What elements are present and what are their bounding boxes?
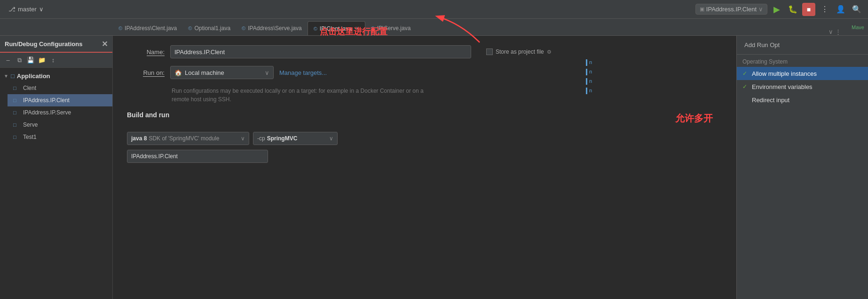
store-label: Store as project file: [496, 48, 544, 55]
java-sdk-bold: java 8: [131, 135, 147, 142]
store-as-project: Store as project file ⚙: [486, 48, 552, 55]
toolbar-copy-btn[interactable]: ⧉: [14, 55, 24, 65]
right-decorative-lines: n n n n: [586, 59, 595, 94]
sidebar-header: Run/Debug Configurations ✕: [0, 36, 112, 53]
sidebar-tree: ▼ □ Application □ Clent □ IPAddress.IP.C…: [0, 68, 112, 299]
debug-button[interactable]: 🐛: [786, 3, 799, 16]
menu-item-label: Allow multiple instances: [752, 70, 817, 77]
tree-item-label: Clent: [23, 85, 36, 91]
tab-icon: ©: [314, 26, 317, 32]
user-button[interactable]: 👤: [834, 3, 847, 16]
config-name: IPAddress.IP.Clent: [706, 6, 757, 13]
right-panel-title: Add Run Opt: [744, 41, 780, 48]
cp-label: -cp: [257, 135, 265, 142]
sidebar-toolbar: – ⧉ 💾 📁 ↕: [0, 53, 112, 68]
close-dialog-button[interactable]: ✕: [102, 40, 108, 48]
right-panel-section: Operating System: [737, 55, 868, 67]
menu-item-env-vars[interactable]: ✓ Environment variables: [737, 80, 868, 93]
name-row: Name: Store as project file ⚙: [127, 45, 722, 58]
tab-icon: ©: [118, 25, 122, 31]
tree-item-serve[interactable]: □ Serve: [8, 119, 112, 131]
config-panel: Name: Store as project file ⚙ Run on: 🏠 …: [113, 36, 736, 299]
tab-optional1-java[interactable]: © Optional1.java: [182, 21, 236, 35]
cp-dropdown[interactable]: -cp SpringMVC ∨: [253, 132, 338, 145]
more-button[interactable]: ⋮: [818, 3, 831, 16]
branch-name: master: [18, 6, 37, 13]
tree-item-clent[interactable]: □ Clent: [8, 82, 112, 94]
sdk-chevron: ∨: [241, 135, 245, 142]
toolbar-sort-btn[interactable]: ↕: [48, 55, 58, 65]
run-on-dropdown[interactable]: 🏠 Local machine ∨: [170, 66, 274, 79]
stop-button[interactable]: ■: [802, 3, 815, 16]
tab-serve-java[interactable]: © IPAddress\Serve.java: [236, 21, 308, 35]
tab-more-options[interactable]: ⋮: [835, 28, 841, 35]
store-settings-icon[interactable]: ⚙: [547, 49, 552, 55]
right-panel: Add Run Opt Operating System ✓ Allow mul…: [736, 36, 868, 299]
tab-clent-java[interactable]: © IPAddress\Clent.java: [113, 21, 182, 35]
menu-item-redirect-input[interactable]: ✓ Redirect input: [737, 93, 868, 106]
config-chevron: ∨: [758, 6, 763, 13]
hint-text: Run configurations may be executed local…: [172, 87, 426, 104]
branch-selector[interactable]: ⎇ master ∨: [5, 4, 47, 14]
tree-group-label: Application: [17, 73, 50, 80]
java-sdk-dropdown[interactable]: java 8 SDK of 'SpringMVC' module ∨: [127, 132, 249, 145]
sidebar: Run/Debug Configurations ✕ – ⧉ 💾 📁 ↕ ▼ □…: [0, 36, 113, 299]
top-bar-right: ▣ IPAddress.IP.Clent ∨ ▶ 🐛 ■ ⋮ 👤 🔍: [695, 3, 863, 16]
run-button[interactable]: ▶: [770, 3, 783, 16]
build-run-title: Build and run: [127, 111, 169, 119]
sidebar-title: Run/Debug Configurations: [5, 40, 102, 48]
toolbar-folder-btn[interactable]: 📁: [37, 55, 47, 65]
tree-item-icon: □: [13, 85, 21, 91]
tab-chevron-down[interactable]: ∨: [829, 28, 833, 35]
toolbar-save-btn[interactable]: 💾: [25, 55, 36, 65]
annotation-side-text: 允许多开: [675, 113, 713, 123]
tab-label: Optional1.java: [194, 25, 230, 32]
menu-check-icon: ✓: [742, 83, 749, 90]
java-sdk-detail: SDK of 'SpringMVC' module: [149, 135, 219, 142]
toolbar-minus-btn[interactable]: –: [3, 55, 13, 65]
tab-label: IPAddress\Serve.java: [248, 25, 302, 32]
tab-icon: ©: [242, 25, 245, 31]
config-selector[interactable]: ▣ IPAddress.IP.Clent ∨: [695, 4, 767, 15]
build-run-row-sdk: java 8 SDK of 'SpringMVC' module ∨ -cp S…: [127, 132, 722, 145]
tree-item-label: IPAddress.IP.Serve: [23, 109, 71, 116]
tree-item-ipserve[interactable]: □ IPAddress.IP.Serve: [8, 106, 112, 119]
search-button[interactable]: 🔍: [850, 3, 863, 16]
tree-item-ipclent[interactable]: □ IPAddress.IP.Clent: [8, 94, 112, 106]
tree-item-test1[interactable]: □ Test1: [8, 131, 112, 143]
tree-group-application[interactable]: ▼ □ Application: [0, 70, 112, 82]
module-name: SpringMVC: [267, 135, 298, 142]
name-label: Name:: [127, 48, 165, 56]
name-input[interactable]: [170, 45, 471, 58]
tab-label: IPAddress\Clent.java: [125, 25, 177, 32]
tab-close-button[interactable]: ✕: [355, 25, 359, 32]
menu-item-label: Redirect input: [752, 97, 789, 104]
tab-ipserve-java[interactable]: © IP\Serve.java: [365, 21, 416, 35]
operating-system-label: Operating System: [742, 58, 788, 65]
tree-item-icon: □: [13, 97, 21, 103]
maven-label: Mave: [848, 24, 868, 30]
store-checkbox[interactable]: [486, 48, 493, 55]
dropdown-chevron: ∨: [265, 69, 269, 76]
tab-label: IP\Serve.java: [377, 25, 410, 32]
tab-icon: ©: [371, 25, 375, 31]
menu-check-icon: ✓: [742, 70, 749, 77]
tab-ipclent-java[interactable]: © IP\Clent.java ✕: [308, 21, 365, 35]
right-panel-header: Add Run Opt: [737, 36, 868, 55]
top-bar: ⎇ master ∨ 点击这里进行配置 ▣ IPAddress.IP.Clent…: [0, 0, 868, 19]
menu-check-empty: ✓: [742, 97, 749, 103]
app-folder-icon: □: [11, 73, 15, 80]
tree-chevron-icon: ▼: [4, 73, 8, 79]
cp-chevron: ∨: [329, 135, 333, 142]
tree-item-icon: □: [13, 122, 21, 128]
local-machine-text: Local machine: [185, 69, 224, 76]
tab-icon: ©: [188, 25, 192, 31]
menu-item-label: Environment variables: [752, 83, 813, 90]
class-input[interactable]: [127, 150, 268, 163]
tree-item-label: Test1: [23, 134, 37, 140]
tree-item-label: IPAddress.IP.Clent: [23, 97, 70, 104]
home-icon: 🏠: [174, 69, 182, 76]
menu-item-allow-multiple[interactable]: ✓ Allow multiple instances: [737, 67, 868, 80]
build-run-row-class: [127, 150, 722, 163]
manage-targets-link[interactable]: Manage targets...: [279, 69, 327, 76]
